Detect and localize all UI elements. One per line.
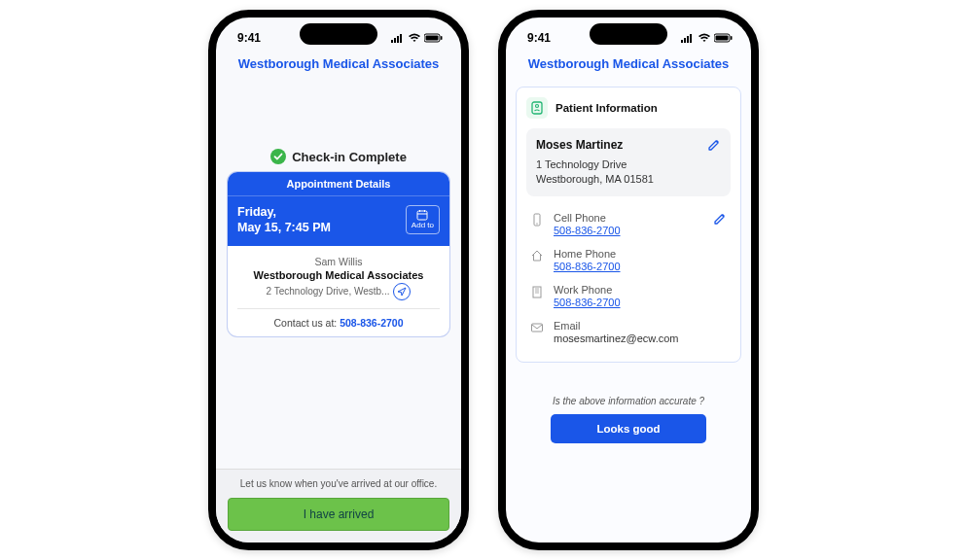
home-icon — [530, 249, 546, 266]
navigation-arrow-icon — [397, 287, 407, 297]
device-notch — [300, 23, 377, 45]
panel-title-row: Patient Information — [526, 97, 731, 119]
svg-rect-14 — [687, 36, 689, 43]
confirm-area: Is the above information accurate ? Look… — [516, 396, 741, 443]
pencil-icon — [707, 138, 721, 152]
field-cell-phone: Cell Phone 508-836-2700 — [526, 206, 731, 242]
patient-name-address-box: Moses Martinez 1 Technology Drive Westbo… — [526, 128, 731, 196]
confirm-question: Is the above information accurate ? — [516, 396, 741, 406]
facility-name: Westborough Medical Associates — [237, 269, 440, 281]
svg-rect-1 — [394, 38, 396, 43]
arrival-hint: Let us know when you've arrived at our o… — [228, 470, 449, 498]
edit-phones-button[interactable] — [713, 212, 727, 229]
phone-mockup-patient-info: 9:41 Westborough Medical Associates Pati… — [498, 10, 759, 550]
svg-rect-12 — [681, 40, 683, 43]
svg-rect-27 — [532, 324, 543, 332]
main-content-patient: Patient Information Moses Martinez 1 Tec… — [506, 81, 751, 449]
appointment-datetime: Friday, May 15, 7:45 PM — [237, 204, 331, 236]
address-line1: 1 Technology Drive — [536, 158, 721, 172]
panel-title: Patient Information — [555, 102, 658, 114]
add-to-label: Add to — [412, 221, 434, 229]
cellular-icon — [391, 33, 405, 43]
add-to-calendar-button[interactable]: Add to — [406, 205, 440, 234]
patient-name: Moses Martinez — [536, 138, 721, 152]
work-phone-label: Work Phone — [554, 284, 621, 296]
appointment-time: May 15, 7:45 PM — [237, 220, 331, 235]
patient-info-panel: Patient Information Moses Martinez 1 Tec… — [516, 87, 741, 363]
looks-good-button[interactable]: Looks good — [551, 414, 706, 443]
work-icon — [530, 285, 546, 302]
svg-rect-3 — [400, 34, 402, 43]
contact-phone-link[interactable]: 508-836-2700 — [340, 317, 403, 329]
status-icons — [681, 33, 734, 43]
appointment-body: Sam Willis Westborough Medical Associate… — [228, 246, 449, 336]
svg-rect-17 — [716, 36, 729, 41]
navigate-button[interactable] — [393, 283, 411, 300]
status-time: 9:41 — [527, 31, 551, 45]
patient-address: 1 Technology Drive Westborough, MA 01581 — [536, 158, 721, 187]
i-have-arrived-button[interactable]: I have arrived — [228, 498, 449, 531]
home-phone-value[interactable]: 508-836-2700 — [554, 261, 621, 272]
work-phone-value[interactable]: 508-836-2700 — [554, 297, 621, 308]
phone-mockup-checkin: 9:41 Westborough Medical Associates Chec… — [208, 10, 469, 550]
provider-name: Sam Willis — [237, 256, 440, 267]
svg-point-22 — [536, 223, 537, 224]
footer-arrival: Let us know when you've arrived at our o… — [216, 469, 461, 542]
appointment-day: Friday, — [237, 204, 331, 220]
email-label: Email — [554, 320, 679, 332]
wifi-icon — [408, 33, 421, 43]
appointment-details-header: Appointment Details — [228, 172, 449, 195]
address-line2: Westborough, MA 01581 — [536, 172, 721, 187]
contact-label: Contact us at: — [273, 317, 340, 329]
battery-icon — [714, 33, 734, 43]
battery-icon — [424, 33, 444, 43]
checkin-status-row: Check-in Complete — [270, 149, 407, 164]
cell-phone-value[interactable]: 508-836-2700 — [554, 225, 621, 236]
cellular-icon — [681, 33, 695, 43]
svg-rect-13 — [684, 38, 686, 43]
edit-address-button[interactable] — [707, 138, 721, 156]
checkin-status-text: Check-in Complete — [292, 150, 407, 164]
svg-rect-6 — [441, 36, 443, 40]
email-icon — [530, 321, 546, 338]
main-content-checkin: Check-in Complete Appointment Details Fr… — [216, 81, 461, 336]
facility-address: 2 Technology Drive, Westb... — [267, 286, 390, 297]
check-circle-icon — [270, 149, 286, 164]
svg-rect-5 — [426, 36, 439, 41]
email-value: mosesmartinez@ecw.com — [554, 332, 679, 344]
wifi-icon — [698, 33, 711, 43]
home-phone-label: Home Phone — [554, 248, 621, 260]
device-notch — [590, 23, 667, 45]
appointment-card: Appointment Details Friday, May 15, 7:45… — [228, 172, 449, 336]
field-home-phone: Home Phone 508-836-2700 — [526, 242, 731, 278]
app-header-title: Westborough Medical Associates — [506, 51, 751, 81]
appointment-date-row: Friday, May 15, 7:45 PM Add to — [228, 195, 449, 246]
status-time: 9:41 — [237, 31, 261, 45]
pencil-icon — [713, 212, 727, 226]
cell-phone-icon — [530, 213, 546, 230]
address-row: 2 Technology Drive, Westb... — [237, 283, 440, 300]
contact-row: Contact us at: 508-836-2700 — [237, 308, 440, 329]
svg-rect-8 — [417, 211, 427, 220]
field-work-phone: Work Phone 508-836-2700 — [526, 278, 731, 314]
cell-phone-label: Cell Phone — [554, 212, 621, 224]
svg-rect-18 — [731, 36, 733, 40]
svg-point-7 — [270, 149, 286, 164]
calendar-icon — [416, 209, 428, 221]
patient-info-icon — [526, 97, 548, 119]
field-email: Email mosesmartinez@ecw.com — [526, 314, 731, 350]
svg-rect-0 — [391, 40, 393, 43]
svg-point-20 — [536, 105, 539, 108]
svg-rect-15 — [690, 34, 692, 43]
app-header-title: Westborough Medical Associates — [216, 51, 461, 81]
status-icons — [391, 33, 444, 43]
svg-rect-2 — [397, 36, 399, 43]
